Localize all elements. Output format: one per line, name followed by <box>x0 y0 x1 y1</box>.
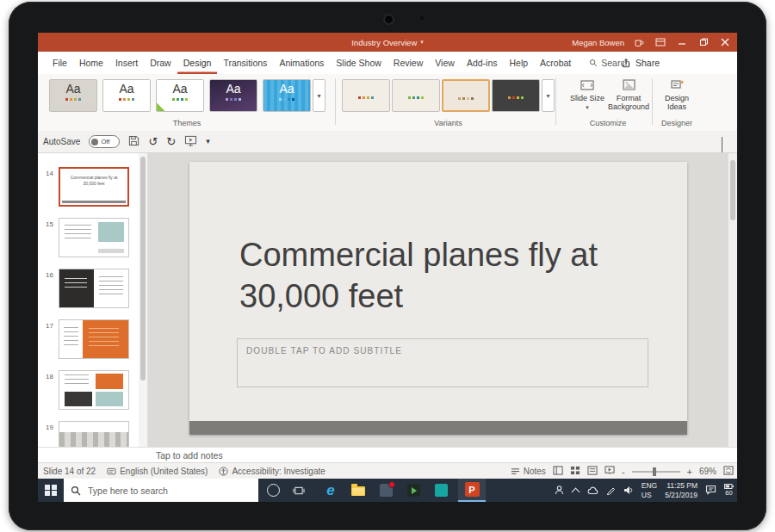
cortana-icon <box>267 484 280 497</box>
slideshow-view-button[interactable] <box>604 466 615 477</box>
fit-slide-button[interactable] <box>723 466 734 477</box>
slide-size-button[interactable]: Slide Size ▾ <box>568 78 606 121</box>
canvas-scrollbar[interactable] <box>728 153 737 447</box>
tab-transitions[interactable]: Transitions <box>217 52 273 74</box>
system-tray: ENG US 11:25 PM 5/21/2019 60 <box>554 479 734 502</box>
tab-help[interactable]: Help <box>503 52 534 74</box>
cup-icon[interactable] <box>632 35 646 49</box>
volume-button[interactable] <box>623 483 634 498</box>
zoom-in-button[interactable]: + <box>687 467 692 477</box>
show-hidden-icons-button[interactable] <box>571 487 580 496</box>
taskbar-app-edge[interactable]: e <box>317 479 344 502</box>
restore-button[interactable] <box>697 35 710 49</box>
design-ideas-button[interactable]: Design Ideas <box>656 78 698 121</box>
tab-animations[interactable]: Animations <box>273 52 330 74</box>
tab-acrobat[interactable]: Acrobat <box>534 52 577 74</box>
collapse-ribbon-button[interactable] <box>722 138 730 146</box>
taskbar-app-file-explorer[interactable] <box>344 479 372 502</box>
theme-tile-office[interactable]: Aa <box>102 79 151 112</box>
autosave-toggle[interactable]: Off <box>89 135 120 148</box>
normal-view-button[interactable] <box>553 466 563 477</box>
zoom-slider[interactable] <box>632 471 680 473</box>
slide-thumbnail-19[interactable] <box>59 421 129 447</box>
slide-thumbnail-15[interactable] <box>59 218 129 257</box>
reading-view-button[interactable] <box>587 466 598 477</box>
accessibility-status[interactable]: Accessibility: Investigate <box>219 467 325 476</box>
ribbon-display-options-icon[interactable] <box>654 35 667 49</box>
tab-review[interactable]: Review <box>388 52 429 74</box>
subtitle-placeholder[interactable]: DOUBLE TAP TO ADD SUBTITLE <box>237 338 648 387</box>
slide-thumbnail-17[interactable] <box>59 319 129 359</box>
clock[interactable]: 11:25 PM 5/21/2019 <box>665 481 698 499</box>
minimize-button[interactable] <box>675 35 689 49</box>
save-button[interactable] <box>128 134 140 150</box>
share-button[interactable]: Share <box>621 52 660 74</box>
thumbnail-panel-scrollbar[interactable] <box>139 153 148 447</box>
current-slide[interactable]: Commercial planes fly at 30,000 feet DOU… <box>189 162 687 435</box>
action-center-button[interactable] <box>705 483 716 498</box>
theme-tile-current[interactable]: Aa <box>49 79 97 112</box>
variant-tile-2[interactable] <box>392 79 440 112</box>
scrollbar-thumb[interactable] <box>140 157 146 380</box>
theme-tile-integral[interactable]: Aa <box>263 79 311 112</box>
slide-thumbnail-16[interactable] <box>59 269 129 308</box>
notes-button[interactable]: Notes <box>511 467 546 476</box>
taskbar-app-powerpoint[interactable]: P <box>458 479 486 502</box>
slide-title[interactable]: Commercial planes fly at 30,000 feet <box>239 234 674 318</box>
theme-tile-facet[interactable]: Aa <box>156 79 204 112</box>
tab-add-ins[interactable]: Add-ins <box>461 52 504 74</box>
slide-thumbnail-14[interactable]: Commercial planes fly at 30,000 feet <box>59 167 129 207</box>
scrollbar-thumb[interactable] <box>730 160 735 220</box>
tab-file[interactable]: File <box>46 52 73 74</box>
taskbar-search[interactable] <box>64 479 258 502</box>
zoom-slider-thumb[interactable] <box>653 467 656 476</box>
start-button[interactable] <box>38 479 64 502</box>
undo-button[interactable]: ↺ <box>148 136 158 147</box>
onedrive-button[interactable] <box>586 483 598 498</box>
slide-canvas: Commercial planes fly at 30,000 feet DOU… <box>148 153 737 447</box>
theme-color-dots <box>157 98 203 101</box>
redo-button[interactable]: ↻ <box>166 136 176 147</box>
document-title[interactable]: Industry Overview ▾ <box>351 33 424 52</box>
language-status[interactable]: English (United States) <box>107 467 208 476</box>
theme-tile-ion[interactable]: Aa <box>209 79 257 112</box>
variant-tile-3-selected[interactable] <box>442 79 490 112</box>
themes-gallery-more-button[interactable]: ▾ <box>313 79 326 112</box>
people-button[interactable] <box>554 483 565 498</box>
app-icon-with-badge <box>380 484 393 497</box>
region-abbr: US <box>642 491 657 500</box>
taskbar-app-4[interactable] <box>400 479 427 502</box>
notes-pane[interactable]: Tap to add notes <box>38 447 737 463</box>
slide-thumbnail-18[interactable] <box>59 370 129 410</box>
tab-insert[interactable]: Insert <box>109 52 144 74</box>
tab-slide-show[interactable]: Slide Show <box>330 52 388 74</box>
variant-tile-4[interactable] <box>492 79 540 112</box>
variant-tile-1[interactable] <box>342 79 390 112</box>
status-bar-right: Notes - + 69% <box>511 463 734 479</box>
start-presentation-button[interactable] <box>184 134 197 150</box>
keyboard-language-indicator[interactable]: ENG US <box>642 481 657 499</box>
notes-placeholder[interactable]: Tap to add notes <box>156 448 223 463</box>
slide-indicator[interactable]: Slide 14 of 22 <box>43 467 96 476</box>
user-name[interactable]: Megan Bowen <box>572 38 624 47</box>
slideshow-icon <box>604 466 615 475</box>
taskbar-app-store[interactable] <box>372 479 400 502</box>
close-button[interactable] <box>718 35 732 49</box>
action-center-icon <box>705 485 716 495</box>
tab-design[interactable]: Design <box>177 52 218 74</box>
pen-button[interactable] <box>606 483 616 498</box>
taskbar-search-input[interactable] <box>86 485 236 497</box>
tab-home[interactable]: Home <box>73 52 109 74</box>
cortana-button[interactable] <box>260 479 286 502</box>
zoom-out-button[interactable]: - <box>622 467 625 477</box>
slide-sorter-view-button[interactable] <box>570 466 580 477</box>
variants-gallery-more-button[interactable]: ▾ <box>542 79 555 112</box>
pen-battery-indicator[interactable]: 60 <box>724 484 734 497</box>
taskbar-app-5[interactable] <box>427 479 455 502</box>
zoom-level[interactable]: 69% <box>699 467 716 476</box>
customize-qat-button[interactable]: ▾ <box>206 138 210 145</box>
task-view-button[interactable] <box>286 479 312 502</box>
tab-view[interactable]: View <box>429 52 461 74</box>
tab-draw[interactable]: Draw <box>144 52 177 74</box>
format-background-button[interactable]: Format Background <box>608 78 649 121</box>
